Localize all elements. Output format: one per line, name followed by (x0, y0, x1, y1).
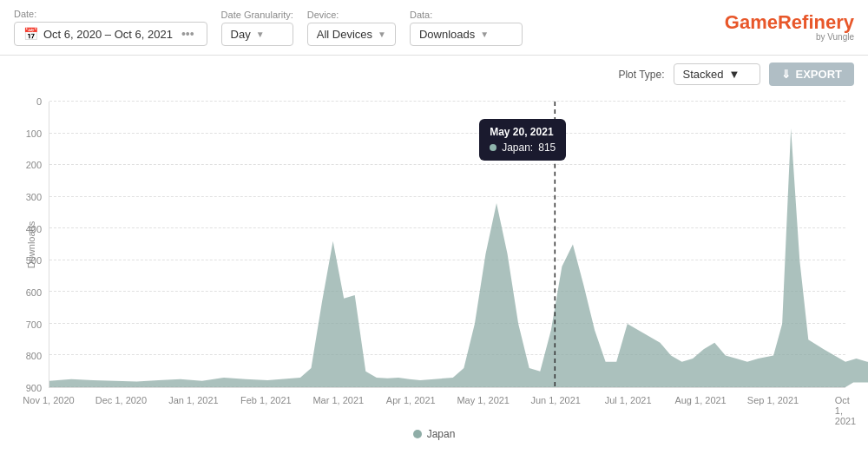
export-button[interactable]: ⇓ EXPORT (769, 63, 854, 86)
plot-type-label: Plot Type: (618, 69, 664, 81)
x-label: Oct 1, 2021 (835, 395, 856, 426)
y-label: 600 (26, 287, 42, 298)
logo: GameRefinery by Vungle (725, 13, 854, 42)
chart-area: Downloads 0100200300400500600700800900 M… (14, 93, 854, 423)
granularity-value: Day (231, 28, 251, 41)
chart-svg (49, 102, 845, 387)
x-label: Jan 1, 2021 (168, 395, 219, 405)
chart-toolbar: Plot Type: Stacked ▼ ⇓ EXPORT (0, 56, 868, 93)
legend-item: Japan (413, 428, 456, 440)
data-label: Data: (410, 10, 523, 20)
granularity-label: Date Granularity: (221, 10, 293, 20)
logo-brand: GameRefinery (725, 13, 854, 32)
x-label: Apr 1, 2021 (386, 395, 436, 405)
logo-sub: by Vungle (816, 32, 854, 42)
x-label: Feb 1, 2021 (240, 395, 292, 405)
x-label: Jul 1, 2021 (605, 395, 652, 405)
export-label: EXPORT (796, 68, 842, 81)
legend-label: Japan (427, 428, 456, 440)
download-icon: ⇓ (781, 68, 791, 81)
y-label: 100 (26, 128, 42, 139)
y-label: 300 (26, 192, 42, 202)
chart-container: Downloads 0100200300400500600700800900 M… (14, 93, 854, 444)
x-label: Mar 1, 2021 (312, 395, 364, 405)
plot-type-arrow: ▼ (729, 68, 740, 81)
data-select[interactable]: Downloads ▼ (410, 23, 523, 46)
x-label: May 1, 2021 (457, 395, 510, 405)
legend: Japan (14, 423, 854, 444)
chart-inner: May 20, 2021 Japan: 815 (49, 102, 845, 388)
date-range-button[interactable]: 📅 Oct 6, 2020 – Oct 6, 2021 ••• (14, 22, 207, 46)
top-bar: Date: 📅 Oct 6, 2020 – Oct 6, 2021 ••• Da… (0, 0, 868, 56)
calendar-icon: 📅 (23, 27, 38, 41)
y-label: 200 (26, 160, 42, 170)
x-label: Sep 1, 2021 (747, 395, 799, 405)
legend-dot (413, 430, 422, 438)
y-label: 900 (26, 383, 42, 393)
x-label: Jun 1, 2021 (530, 395, 581, 405)
data-control: Data: Downloads ▼ (410, 10, 523, 46)
data-arrow: ▼ (480, 30, 489, 39)
y-label: 500 (26, 255, 42, 266)
date-label: Date: (14, 9, 207, 19)
y-label: 400 (26, 224, 42, 234)
plot-type-select[interactable]: Stacked ▼ (674, 63, 760, 85)
data-value: Downloads (419, 28, 475, 41)
device-value: All Devices (317, 28, 372, 41)
x-label: Aug 1, 2021 (674, 395, 726, 405)
chart-area-fill (49, 128, 868, 387)
device-label: Device: (307, 10, 396, 20)
x-labels: Nov 1, 2020Dec 1, 2020Jan 1, 2021Feb 1, … (49, 390, 845, 423)
y-labels: 0100200300400500600700800900 (14, 102, 47, 388)
y-label: 800 (26, 351, 42, 361)
x-label: Nov 1, 2020 (23, 395, 74, 405)
granularity-arrow: ▼ (256, 30, 265, 39)
granularity-select[interactable]: Day ▼ (221, 23, 293, 46)
date-more-button[interactable]: ••• (178, 27, 198, 41)
controls-left: Date: 📅 Oct 6, 2020 – Oct 6, 2021 ••• Da… (14, 9, 523, 46)
y-label: 0 (36, 96, 42, 107)
device-select[interactable]: All Devices ▼ (307, 23, 396, 46)
granularity-control: Date Granularity: Day ▼ (221, 10, 293, 46)
date-control: Date: 📅 Oct 6, 2020 – Oct 6, 2021 ••• (14, 9, 207, 46)
device-control: Device: All Devices ▼ (307, 10, 396, 46)
plot-type-value: Stacked (683, 68, 724, 81)
x-label: Dec 1, 2020 (95, 395, 147, 405)
y-label: 700 (26, 319, 42, 330)
date-range-value: Oct 6, 2020 – Oct 6, 2021 (43, 28, 173, 41)
device-arrow: ▼ (378, 30, 386, 39)
